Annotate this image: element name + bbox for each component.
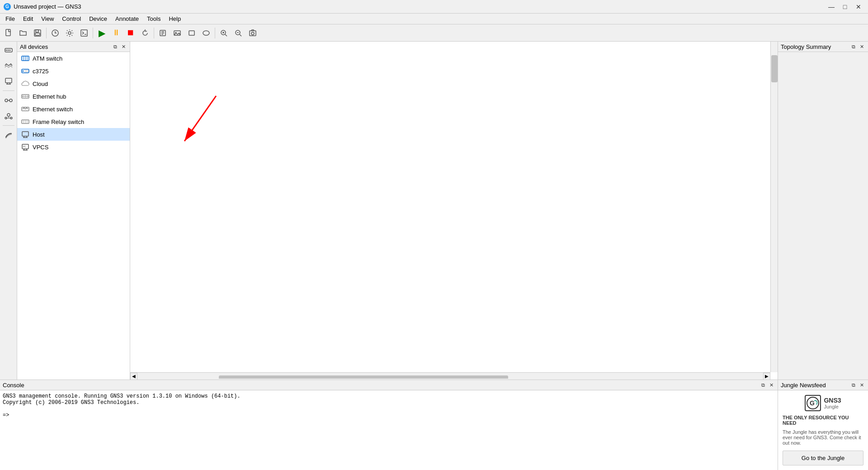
host-icon — [21, 130, 30, 139]
svg-rect-60 — [22, 132, 28, 136]
maximize-button[interactable]: □ — [839, 2, 851, 11]
topology-header: Topology Summary ⧉ ✕ — [778, 42, 868, 52]
menu-control[interactable]: Control — [58, 14, 85, 23]
scroll-right-arrow[interactable]: ▶ — [763, 373, 770, 380]
device-item-ethernet-hub[interactable]: Ethernet hub — [17, 90, 130, 103]
svg-rect-29 — [5, 78, 12, 83]
sidebar-sep2 — [3, 125, 14, 126]
device-item-c3725[interactable]: c3725 — [17, 65, 130, 77]
minimize-button[interactable]: — — [826, 2, 837, 11]
cloud-icon — [21, 79, 30, 88]
vpcs-label: VPCS — [33, 144, 48, 151]
console-float[interactable]: ⧉ — [760, 381, 767, 389]
jungle-panel: Jungle Newsfeed ⧉ ✕ G GN — [778, 380, 868, 470]
console-close[interactable]: ✕ — [768, 381, 775, 389]
svg-point-5 — [68, 32, 71, 34]
c3725-label: c3725 — [33, 68, 48, 75]
svg-text:PC: PC — [23, 145, 26, 148]
screenshot-button[interactable] — [246, 26, 259, 40]
jungle-body: G GNS3 Jungle THE ONLY RESOURCE YOU NEED… — [778, 390, 868, 470]
scroll-thumb[interactable] — [219, 375, 508, 379]
new-button[interactable] — [2, 26, 15, 40]
sep3 — [154, 28, 154, 38]
browse-all-icon[interactable] — [2, 94, 15, 107]
zoom-out-button[interactable] — [231, 26, 245, 40]
browse-switches-icon[interactable] — [2, 59, 15, 72]
jungle-tagline: THE ONLY RESOURCE YOU NEED — [783, 415, 863, 426]
jungle-title: Jungle Newsfeed — [781, 382, 826, 389]
device-item-vpcs[interactable]: PC VPCS — [17, 141, 130, 153]
gns3-jungle-icon: G — [805, 395, 821, 411]
jungle-float[interactable]: ⧉ — [850, 381, 857, 389]
device-panel-float[interactable]: ⧉ — [112, 43, 119, 50]
snapshot-button[interactable] — [48, 26, 62, 40]
device-item-host[interactable]: Host — [17, 128, 130, 141]
reload-button[interactable] — [138, 26, 152, 40]
ethernet-hub-icon — [21, 92, 30, 101]
security-icon[interactable] — [2, 109, 15, 123]
jungle-description: The Jungle has everything you will ever … — [783, 429, 863, 446]
insert-rect-button[interactable] — [185, 26, 198, 40]
sep1 — [46, 28, 47, 38]
canvas-area[interactable]: ◀ ▶ — [130, 42, 778, 380]
menu-annotate[interactable]: Annotate — [112, 14, 142, 23]
terminal-button[interactable] — [77, 26, 91, 40]
device-panel-close[interactable]: ✕ — [120, 43, 127, 50]
insert-image-button[interactable] — [170, 26, 184, 40]
scroll-left-arrow[interactable]: ◀ — [130, 373, 137, 380]
device-item-frame-relay[interactable]: Frame Relay switch — [17, 115, 130, 128]
svg-point-27 — [7, 50, 9, 51]
pause-button[interactable]: ⏸ — [109, 26, 123, 40]
canvas-scrollbar-vertical[interactable] — [770, 42, 778, 372]
svg-point-33 — [5, 99, 8, 102]
sep2 — [93, 28, 93, 38]
menu-bar: File Edit View Control Device Annotate T… — [0, 14, 868, 24]
sep4 — [215, 28, 215, 38]
stop-button[interactable]: ⏹ — [124, 26, 137, 40]
topology-float[interactable]: ⧉ — [850, 43, 857, 50]
browse-routers-icon[interactable] — [2, 43, 15, 57]
open-button[interactable] — [16, 26, 30, 40]
zoom-in-button[interactable] — [217, 26, 231, 40]
device-item-ethernet-switch[interactable]: Ethernet switch — [17, 103, 130, 115]
menu-device[interactable]: Device — [85, 14, 111, 23]
menu-file[interactable]: File — [2, 14, 19, 23]
device-item-cloud[interactable]: Cloud — [17, 77, 130, 90]
menu-view[interactable]: View — [38, 14, 57, 23]
svg-text:G: G — [810, 399, 815, 407]
svg-point-24 — [251, 32, 254, 35]
ethernet-switch-icon — [21, 104, 30, 114]
work-area: All devices ⧉ ✕ ATM switch — [0, 42, 868, 380]
svg-rect-51 — [22, 95, 29, 98]
browse-endpoints-icon[interactable] — [2, 74, 15, 88]
device-list: ATM switch c3725 Cloud — [17, 52, 130, 380]
jungle-close[interactable]: ✕ — [858, 381, 865, 389]
goto-jungle-button[interactable]: Go to the Jungle — [783, 451, 863, 465]
console-panel: Console ⧉ ✕ GNS3 management console. Run… — [0, 380, 778, 470]
menu-edit[interactable]: Edit — [19, 14, 37, 23]
topology-panel: Topology Summary ⧉ ✕ — [778, 42, 868, 380]
main-container: All devices ⧉ ✕ ATM switch — [0, 42, 868, 470]
edit-note-button[interactable] — [156, 26, 170, 40]
jungle-logo: G GNS3 Jungle — [805, 395, 841, 411]
console-header: Console ⧉ ✕ — [0, 380, 778, 390]
svg-point-34 — [9, 99, 12, 102]
frame-relay-icon — [21, 117, 30, 126]
preferences-button[interactable] — [63, 26, 76, 40]
play-button[interactable]: ▶ — [95, 26, 108, 40]
add-link-icon[interactable] — [2, 128, 15, 142]
device-item-atm-switch[interactable]: ATM switch — [17, 52, 130, 65]
menu-help[interactable]: Help — [165, 14, 184, 23]
svg-point-28 — [9, 50, 10, 51]
insert-ellipse-button[interactable] — [199, 26, 213, 40]
menu-tools[interactable]: Tools — [143, 14, 164, 23]
close-button[interactable]: ✕ — [853, 2, 864, 11]
cloud-label: Cloud — [33, 81, 48, 87]
sidebar-sep1 — [3, 90, 14, 91]
topology-close[interactable]: ✕ — [858, 43, 865, 50]
jungle-header: Jungle Newsfeed ⧉ ✕ — [778, 380, 868, 390]
save-button[interactable] — [31, 26, 44, 40]
left-sidebar — [0, 42, 17, 380]
canvas-scrollbar-horizontal[interactable]: ◀ ▶ — [130, 372, 770, 380]
toolbar: ▶ ⏸ ⏹ — [0, 24, 868, 42]
